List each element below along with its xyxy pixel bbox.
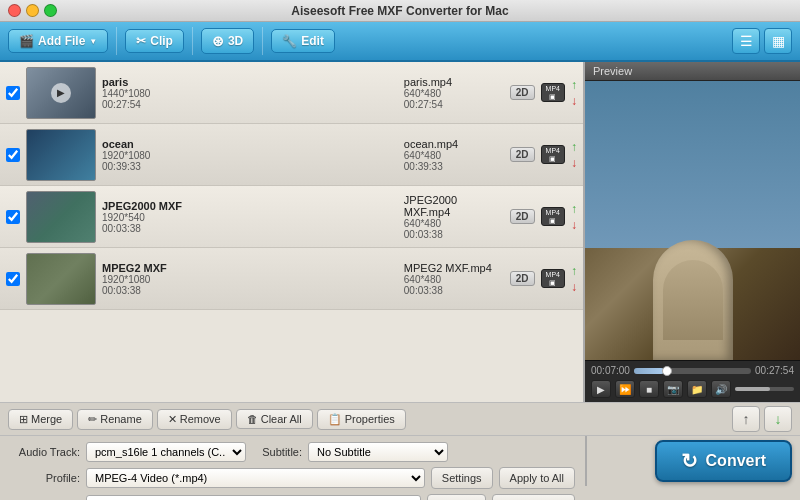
settings-area: Audio Track: pcm_s16le 1 channels (C... … [0,436,585,500]
file-out-dur-4: 00:03:38 [404,285,504,296]
properties-icon: 📋 [328,413,342,426]
timeline-bar[interactable] [634,368,751,374]
toolbar-view-controls: ☰ ▦ [732,28,792,54]
destination-row: Destination: Browse Open Folder [10,494,575,500]
preview-video [585,81,800,360]
toolbar-separator-1 [116,27,117,55]
close-button[interactable] [8,4,21,17]
up-arrow-2[interactable]: ↑ [571,140,577,154]
move-up-button[interactable]: ↑ [732,406,760,432]
down-arrow-2[interactable]: ↓ [571,156,577,170]
view-list-button[interactable]: ☰ [732,28,760,54]
remove-button[interactable]: ✕ Remove [157,409,232,430]
file-checkbox-1[interactable] [6,86,20,100]
edit-icon: 🔧 [282,34,297,48]
file-dims-1: 1440*1080 [102,88,398,99]
snapshot-button[interactable]: 📷 [663,380,683,398]
threed-label: 3D [228,34,243,48]
rename-button[interactable]: ✏ Rename [77,409,153,430]
convert-icon: ↻ [681,449,698,473]
threed-button[interactable]: ⊛ 3D [201,28,254,54]
convert-button[interactable]: ↻ Convert [655,440,792,482]
file-checkbox-4[interactable] [6,272,20,286]
bottom-area: Audio Track: pcm_s16le 1 channels (C... … [0,436,800,500]
maximize-button[interactable] [44,4,57,17]
file-name-1: paris [102,76,398,88]
toolbar-separator-3 [262,27,263,55]
timeline-progress [634,368,664,374]
settings-button[interactable]: Settings [431,467,493,489]
play-button[interactable]: ▶ [591,380,611,398]
down-arrow-1[interactable]: ↓ [571,94,577,108]
audio-subtitle-row: Audio Track: pcm_s16le 1 channels (C... … [10,442,575,462]
add-file-button[interactable]: 🎬 Add File ▼ [8,29,108,53]
preview-controls: 00:07:00 00:27:54 ▶ ⏩ ■ 📷 📁 🔊 [585,360,800,402]
open-folder-button[interactable]: Open Folder [492,494,575,500]
profile-row: Profile: MPEG-4 Video (*.mp4) Settings A… [10,467,575,489]
volume-icon[interactable]: 🔊 [711,380,731,398]
time-end: 00:27:54 [755,365,794,376]
table-row: ocean 1920*1080 00:39:33 ocean.mp4 640*4… [0,124,583,186]
view-grid-button[interactable]: ▦ [764,28,792,54]
file-dims-3: 1920*540 [102,212,398,223]
preview-buttons: ▶ ⏩ ■ 📷 📁 🔊 [591,380,794,398]
format-text-4: MP4▣ [546,271,560,286]
minimize-button[interactable] [26,4,39,17]
subtitle-select[interactable]: No Subtitle [308,442,448,462]
badge-format-4: MP4▣ [541,269,565,288]
convert-label: Convert [706,452,766,470]
stop-button[interactable]: ■ [639,380,659,398]
down-arrow-4[interactable]: ↓ [571,280,577,294]
clear-all-button[interactable]: 🗑 Clear All [236,409,313,429]
file-out-name-3: JPEG2000 MXF.mp4 [404,194,504,218]
file-out-dur-3: 00:03:38 [404,229,504,240]
convert-area: ↻ Convert [585,436,800,486]
file-dur-3: 00:03:38 [102,223,398,234]
file-checkbox-2[interactable] [6,148,20,162]
up-arrow-3[interactable]: ↑ [571,202,577,216]
move-down-button[interactable]: ↓ [764,406,792,432]
up-arrow-1[interactable]: ↑ [571,78,577,92]
add-file-dropdown-icon: ▼ [89,37,97,46]
video-building [653,240,733,360]
profile-label: Profile: [10,472,80,484]
folder-button[interactable]: 📁 [687,380,707,398]
down-arrow-3[interactable]: ↓ [571,218,577,232]
browse-button[interactable]: Browse [427,494,486,500]
file-list: ▶ paris 1440*1080 00:27:54 paris.mp4 640… [0,62,585,402]
file-info-2: ocean 1920*1080 00:39:33 [102,138,398,172]
volume-bar[interactable] [735,387,794,391]
format-text-3: MP4▣ [546,209,560,224]
file-dur-1: 00:27:54 [102,99,398,110]
remove-label: Remove [180,413,221,425]
add-file-icon: 🎬 [19,34,34,48]
profile-select[interactable]: MPEG-4 Video (*.mp4) [86,468,425,488]
apply-all-button[interactable]: Apply to All [499,467,575,489]
file-output-4: MPEG2 MXF.mp4 640*480 00:03:38 [404,262,504,296]
file-out-dims-2: 640*480 [404,150,504,161]
file-out-name-2: ocean.mp4 [404,138,504,150]
file-out-dur-2: 00:39:33 [404,161,504,172]
file-out-name-1: paris.mp4 [404,76,504,88]
file-out-dims-1: 640*480 [404,88,504,99]
audio-track-select[interactable]: pcm_s16le 1 channels (C... [86,442,246,462]
file-thumbnail-2 [26,129,96,181]
properties-button[interactable]: 📋 Properties [317,409,406,430]
merge-button[interactable]: ⊞ Merge [8,409,73,430]
rename-icon: ✏ [88,413,97,426]
file-out-dur-1: 00:27:54 [404,99,504,110]
badge-2d-3: 2D [510,209,535,224]
file-info-4: MPEG2 MXF 1920*1080 00:03:38 [102,262,398,296]
clip-button[interactable]: ✂ Clip [125,29,184,53]
fast-forward-button[interactable]: ⏩ [615,380,635,398]
volume-fill [735,387,770,391]
up-arrow-4[interactable]: ↑ [571,264,577,278]
file-thumbnail-1: ▶ [26,67,96,119]
file-output-1: paris.mp4 640*480 00:27:54 [404,76,504,110]
badge-2d-1: 2D [510,85,535,100]
add-file-label: Add File [38,34,85,48]
destination-input[interactable] [86,495,421,500]
move-buttons: ↑ ↓ [732,406,792,432]
file-checkbox-3[interactable] [6,210,20,224]
edit-button[interactable]: 🔧 Edit [271,29,335,53]
